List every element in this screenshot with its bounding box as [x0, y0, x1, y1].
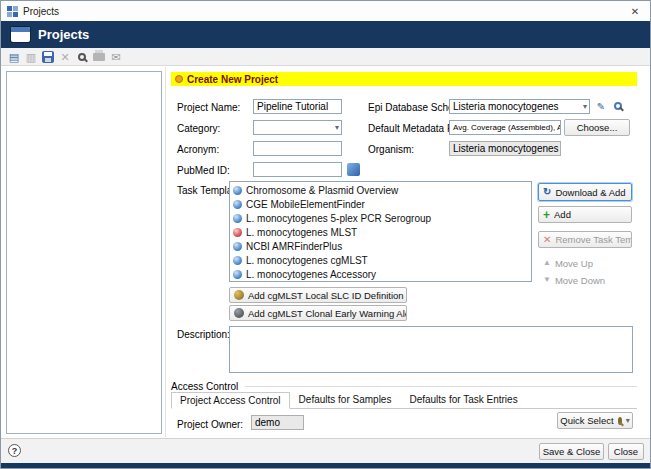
add-cgmlst-alert-label: Add cgMLST Clonal Early Warning Alert De…: [248, 308, 407, 319]
pubmed-lookup-icon: [347, 163, 360, 176]
access-control-tabbar: Project Access Control Defaults for Samp…: [171, 392, 637, 409]
description-textarea[interactable]: [229, 326, 633, 373]
task-template-label: L. monocytogenes cgMLST: [246, 255, 368, 266]
task-template-item[interactable]: L. monocytogenes MLST: [230, 225, 531, 239]
remove-icon: ✕: [543, 235, 551, 245]
remove-label: Remove Task Templ...: [555, 234, 632, 245]
download-icon: ↻: [543, 187, 551, 197]
move-up-button[interactable]: ▲ Move Up: [538, 256, 632, 270]
task-template-label: L. monocytogenes 5-plex PCR Serogroup: [246, 213, 431, 224]
task-template-item[interactable]: L. monocytogenes cgMLST: [230, 253, 531, 267]
projects-tree-panel[interactable]: [6, 71, 162, 434]
quick-select-label: Quick Select: [560, 415, 613, 426]
project-name-input[interactable]: [253, 99, 342, 114]
task-template-label: L. monocytogenes Accessory: [246, 269, 376, 280]
cgmlst-local-slc-icon: [234, 290, 244, 300]
tab-project-access-control[interactable]: Project Access Control: [171, 392, 290, 409]
category-label: Category:: [177, 123, 220, 134]
add-button[interactable]: + Add: [538, 206, 632, 223]
task-template-item[interactable]: CGE MobileElementFinder: [230, 197, 531, 211]
delete-icon[interactable]: ✕: [58, 50, 72, 64]
category-combobox[interactable]: ▾: [253, 120, 342, 135]
choose-metadata-button[interactable]: Choose...: [564, 119, 630, 136]
task-template-icon: [233, 200, 242, 209]
search-icon[interactable]: [75, 50, 89, 64]
access-control-section-label: Access Control: [171, 381, 238, 392]
create-project-banner: Create New Project: [171, 72, 637, 86]
plus-icon: +: [543, 209, 550, 221]
page-header: Projects: [1, 21, 650, 48]
task-template-item[interactable]: L. monocytogenes Accessory: [230, 267, 531, 281]
project-name-label: Project Name:: [177, 102, 240, 113]
print-icon[interactable]: [92, 50, 106, 64]
task-template-icon: [233, 228, 242, 237]
page-title: Projects: [38, 27, 89, 42]
task-template-icon: [233, 214, 242, 223]
access-control-separator: [245, 386, 637, 387]
mail-icon[interactable]: ✉: [109, 50, 123, 64]
project-bullet-icon: [175, 75, 183, 83]
help-button[interactable]: ?: [8, 444, 21, 457]
add-cgmlst-local-slc-label: Add cgMLST Local SLC ID Definition: [248, 290, 404, 301]
project-owner-label: Project Owner:: [177, 419, 243, 430]
task-template-icon: [233, 242, 242, 251]
task-template-icon: [233, 270, 242, 279]
panel-splitter[interactable]: [165, 67, 166, 437]
task-template-label: Chromosome & Plasmid Overview: [246, 185, 398, 196]
move-up-label: Move Up: [555, 258, 593, 269]
task-templates-list[interactable]: Chromosome & Plasmid Overview CGE Mobile…: [229, 181, 532, 282]
printer-icon: [93, 53, 105, 61]
description-label: Description:: [177, 329, 230, 340]
task-template-label: CGE MobileElementFinder: [246, 199, 365, 210]
edit-scheme-button[interactable]: ✎: [594, 99, 608, 113]
remove-task-template-button[interactable]: ✕ Remove Task Templ...: [538, 231, 632, 248]
chevron-down-icon: ▾: [626, 417, 630, 425]
pubmed-id-input[interactable]: [253, 162, 342, 177]
projects-header-icon: [11, 27, 30, 42]
quick-select-button[interactable]: Quick Select ▾: [557, 412, 633, 429]
tab-defaults-for-samples[interactable]: Defaults for Samples: [290, 391, 401, 408]
tab-defaults-for-task-entries[interactable]: Defaults for Task Entries: [400, 391, 526, 408]
organism-value: Listeria monocytogenes: [449, 141, 561, 156]
acronym-label: Acronym:: [177, 144, 219, 155]
task-template-label: L. monocytogenes MLST: [246, 227, 357, 238]
app-icon: [7, 6, 18, 17]
task-template-item[interactable]: L. monocytogenes 5-plex PCR Serogroup: [230, 211, 531, 225]
projects-window: Projects ✕ Projects ▤ ▥ ✕ ✉ Create New P…: [0, 0, 651, 469]
arrow-down-icon: ▼: [543, 276, 551, 284]
download-and-add-button[interactable]: ↻ Download & Add: [538, 183, 632, 201]
open-icon[interactable]: ▥: [24, 50, 38, 64]
pubmed-lookup-button[interactable]: [346, 162, 360, 176]
bottom-accent-strip: [1, 463, 650, 469]
move-down-button[interactable]: ▼ Move Down: [538, 273, 632, 287]
close-button[interactable]: Close: [608, 443, 644, 460]
add-cgmlst-local-slc-button[interactable]: Add cgMLST Local SLC ID Definition: [229, 287, 407, 303]
save-icon[interactable]: [41, 50, 55, 64]
save-and-close-button[interactable]: Save & Close: [539, 443, 604, 460]
pencil-icon: ✎: [597, 101, 605, 112]
organism-label: Organism:: [368, 144, 414, 155]
task-template-icon: [233, 186, 242, 195]
new-icon[interactable]: ▤: [7, 50, 21, 64]
scheme-magnifier-icon: [614, 102, 622, 110]
pubmed-id-label: PubMed ID:: [177, 165, 230, 176]
arrow-up-icon: ▲: [543, 259, 551, 267]
task-template-icon: [233, 256, 242, 265]
chevron-down-icon: ▾: [335, 124, 339, 132]
titlebar: Projects ✕: [1, 1, 650, 21]
cgmlst-alert-icon: [234, 308, 244, 318]
task-template-item[interactable]: Chromosome & Plasmid Overview: [230, 183, 531, 197]
window-title: Projects: [23, 6, 59, 17]
move-down-label: Move Down: [555, 275, 605, 286]
window-close-button[interactable]: ✕: [620, 1, 650, 21]
task-template-item[interactable]: NCBI AMRFinderPlus: [230, 239, 531, 253]
epi-scheme-combobox[interactable]: Listeria monocytogenes ▾: [449, 99, 590, 114]
help-icon: ?: [12, 446, 18, 456]
create-project-title: Create New Project: [187, 74, 278, 85]
close-icon: ✕: [631, 6, 639, 17]
metadata-fields-value[interactable]: Avg. Coverage (Assembled), Approximated …: [449, 120, 561, 135]
acronym-input[interactable]: [253, 141, 342, 156]
add-cgmlst-alert-button[interactable]: Add cgMLST Clonal Early Warning Alert De…: [229, 305, 407, 321]
task-template-label: NCBI AMRFinderPlus: [246, 241, 342, 252]
scheme-lookup-button[interactable]: [611, 99, 625, 113]
